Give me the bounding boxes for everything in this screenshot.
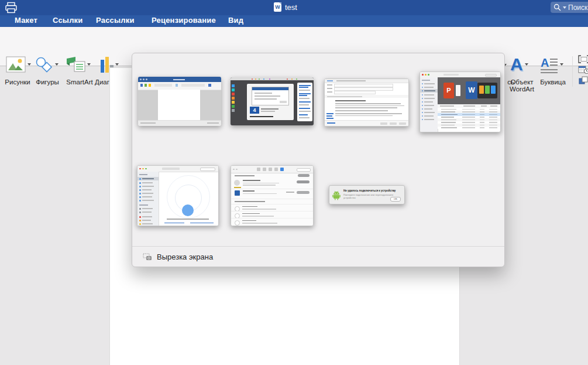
object-button[interactable]: [578, 76, 588, 87]
file-list: [438, 108, 500, 132]
smartart-button[interactable]: [66, 56, 91, 73]
wordart-button[interactable]: A: [510, 55, 528, 74]
dialog-ok-button: OK: [390, 197, 401, 202]
badge-4: 4: [250, 107, 259, 114]
tab-layout[interactable]: Макет: [15, 16, 37, 25]
screenshot-thumbnail-desktop[interactable]: 4: [231, 77, 314, 125]
word-window: W test Поиск Макет Ссылки Рассылки Рецен…: [0, 0, 588, 365]
android-robot-icon: [332, 190, 341, 200]
smartart-dropdown-arrow[interactable]: [87, 63, 91, 66]
screenshot-gallery-popup: 4: [132, 53, 505, 267]
chart-dropdown-arrow[interactable]: [115, 63, 119, 66]
print-icon[interactable]: [5, 2, 18, 16]
wordart-label-line1: Объект: [507, 79, 537, 86]
screenshot-thumbnail-appstore[interactable]: [231, 165, 314, 226]
shapes-button[interactable]: [35, 56, 59, 73]
tab-references[interactable]: Ссылки: [53, 16, 83, 25]
tab-view[interactable]: Вид: [228, 16, 243, 25]
shapes-label: Фигуры: [33, 79, 62, 86]
picture-icon: [6, 56, 26, 73]
shapes-dropdown-arrow[interactable]: [55, 63, 59, 66]
dialog-title: Не удалось подключиться к устройству: [343, 189, 396, 192]
dock-column: [232, 84, 235, 112]
search-input[interactable]: Поиск: [551, 2, 588, 13]
word-doc-icon: W: [274, 2, 281, 12]
screenshot-thumbnail-email[interactable]: [324, 79, 409, 127]
document-title: W test: [274, 2, 297, 12]
date-time-button[interactable]: [578, 66, 588, 76]
smartart-icon: [66, 56, 85, 73]
screenshot-thumbnail-android-dialog[interactable]: Не удалось подключиться к устройству Пов…: [329, 185, 405, 204]
pictures-dropdown-arrow[interactable]: [27, 63, 31, 66]
screenshot-thumbnail-word[interactable]: [138, 77, 221, 126]
title-bar: W test Поиск: [0, 0, 588, 15]
search-scope-chevron-icon[interactable]: [563, 6, 566, 9]
screenshot-thumbnail-airdrop[interactable]: [137, 165, 219, 226]
wordart-label-line2: WordArt: [507, 86, 537, 93]
search-icon: [553, 4, 561, 11]
screen-clipping-label: Вырезка экрана: [157, 253, 213, 261]
screen-clipping-item[interactable]: Вырезка экрана: [132, 246, 504, 267]
pictures-button[interactable]: [6, 56, 31, 73]
tab-review[interactable]: Рецензирование: [152, 16, 216, 25]
frame-button[interactable]: [578, 55, 588, 66]
dropcap-dropdown-arrow[interactable]: [560, 63, 563, 66]
powerpoint-tile: P: [443, 83, 454, 98]
wordart-icon: A: [510, 55, 523, 74]
tab-mailings[interactable]: Рассылки: [96, 16, 135, 25]
screenshot-thumbnail-finder-office[interactable]: P W: [419, 71, 501, 132]
airdrop-icon: [182, 204, 194, 216]
shapes-icon: [35, 56, 53, 73]
ribbon-tab-row: Макет Ссылки Рассылки Рецензирование Вид: [0, 15, 588, 27]
screen-clipping-icon: [143, 253, 152, 261]
pictures-label: Рисунки: [1, 79, 34, 86]
smartart-label: SmartArt: [62, 79, 97, 86]
dropcap-icon: A: [541, 56, 558, 74]
wordart-dropdown-arrow[interactable]: [525, 63, 528, 66]
dropcap-button[interactable]: A: [541, 56, 563, 74]
search-placeholder: Поиск: [568, 4, 587, 12]
dropcap-label: Буквица: [537, 79, 569, 86]
document-title-text: test: [285, 3, 297, 12]
word-tile: W: [466, 81, 477, 99]
